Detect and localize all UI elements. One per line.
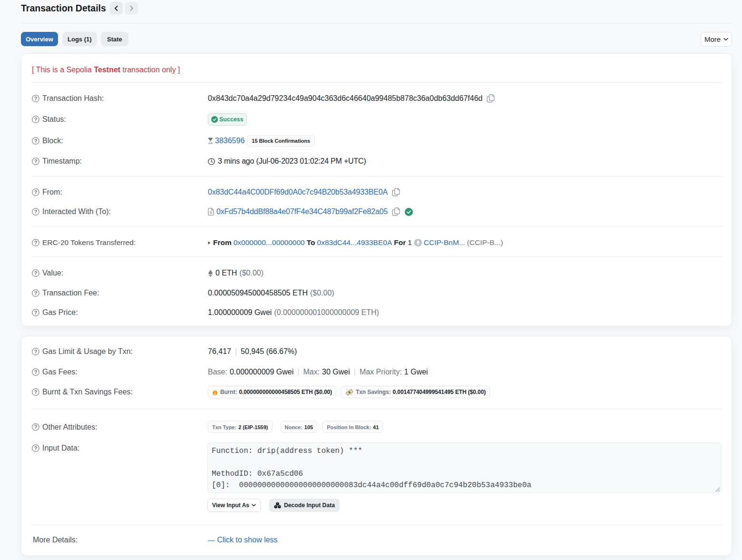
svg-text:?: ? bbox=[34, 389, 37, 395]
svg-text:?: ? bbox=[34, 138, 37, 144]
svg-text:?: ? bbox=[34, 310, 37, 315]
svg-text:?: ? bbox=[34, 270, 37, 276]
svg-text:?: ? bbox=[34, 369, 37, 375]
svg-text:?: ? bbox=[34, 240, 37, 246]
svg-text:?: ? bbox=[34, 445, 37, 451]
svg-text:?: ? bbox=[34, 290, 37, 296]
svg-text:?: ? bbox=[34, 349, 37, 354]
svg-text:?: ? bbox=[34, 424, 37, 430]
svg-text:?: ? bbox=[34, 117, 37, 122]
svg-text:?: ? bbox=[34, 189, 37, 195]
svg-text:?: ? bbox=[34, 209, 37, 215]
svg-text:?: ? bbox=[34, 96, 37, 101]
svg-text:?: ? bbox=[34, 158, 37, 164]
